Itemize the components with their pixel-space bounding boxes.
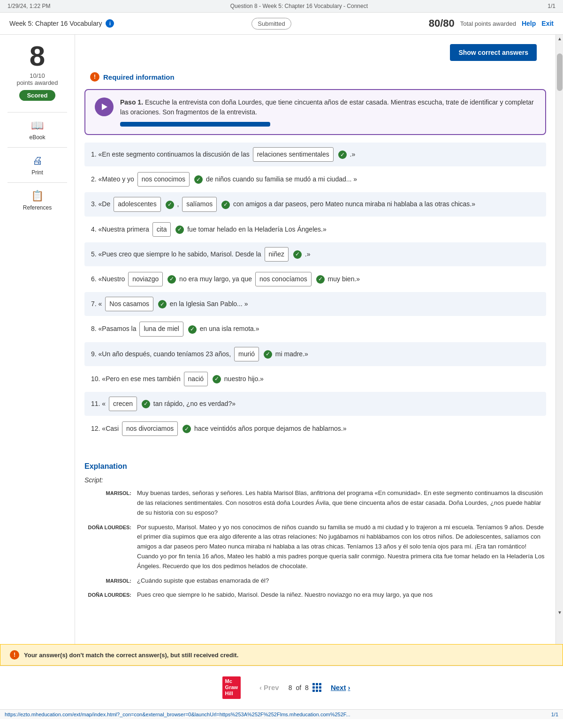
mh-line2: Graw — [225, 684, 238, 690]
references-tool[interactable]: 📋 References — [0, 185, 75, 216]
sidebar-divider-1 — [8, 112, 67, 113]
fill-items-container: 1. «En este segmento continuamos la disc… — [84, 143, 546, 441]
submitted-badge: Submitted — [251, 18, 291, 30]
total-pages: 8 — [305, 684, 309, 691]
item-1-correct-icon: ✓ — [338, 150, 347, 159]
right-scrollbar[interactable]: ▲ ▼ — [555, 35, 563, 644]
item-10-suffix: nuestro hijo.» — [224, 375, 264, 383]
sidebar-divider-3 — [8, 182, 67, 183]
fill-item-7: 7. « Nos casamos ✓ en la Iglesia San Pab… — [84, 292, 546, 316]
print-icon: 🖨 — [31, 154, 44, 167]
fill-item-1: 1. «En este segmento continuamos la disc… — [84, 143, 546, 166]
item-11-number: 11. — [91, 400, 102, 407]
browser-bar: 1/29/24, 1:22 PM Question 8 - Week 5: Ch… — [0, 0, 563, 13]
course-title-area: Week 5: Chapter 16 Vocabulary i — [9, 19, 114, 28]
item-7-prefix: « — [99, 300, 104, 308]
item-6-answer1: noviazgo — [128, 272, 163, 286]
script-entry-dona-2: DOÑA LOURDES: Pues creo que siempre lo h… — [84, 590, 546, 600]
references-icon: 📋 — [31, 189, 44, 203]
item-10-answer: nació — [184, 372, 208, 386]
ebook-tool[interactable]: 📖 eBook — [0, 114, 75, 145]
show-correct-answers-button[interactable]: Show correct answers — [450, 44, 537, 61]
browser-title: Question 8 - Week 5: Chapter 16 Vocabula… — [230, 3, 368, 9]
item-12-number: 12. — [91, 425, 102, 432]
fill-item-4: 4. «Nuestra primera cita ✓ fue tomar hel… — [84, 218, 546, 241]
print-tool[interactable]: 🖨 Print — [0, 150, 75, 180]
item-6-correct-icon-2: ✓ — [316, 275, 325, 284]
exit-link[interactable]: Exit — [541, 20, 554, 27]
page-title: Submitted — [251, 20, 291, 27]
fill-item-5: 5. «Pues creo que siempre lo he sabido, … — [84, 242, 546, 266]
required-info-banner: ! Required information — [84, 68, 546, 85]
item-10-correct-icon: ✓ — [213, 375, 221, 383]
item-6-correct-icon-1: ✓ — [167, 275, 176, 284]
item-3-correct-icon-1: ✓ — [166, 201, 174, 209]
item-12-prefix: «Casi — [102, 425, 119, 432]
item-8-prefix: «Pasamos la — [99, 325, 137, 332]
item-4-suffix: fue tomar helado en la Heladería Los Áng… — [187, 225, 327, 233]
item-8-answer: luna de miel — [139, 322, 183, 336]
left-sidebar: 8 10/10 points awarded Scored 📖 eBook 🖨 … — [0, 35, 75, 644]
item-12-answer: nos divorciamos — [122, 421, 178, 436]
item-6-prefix: «Nuestro — [99, 275, 125, 283]
item-6-number: 6. — [91, 275, 99, 283]
mh-line1: Mc — [225, 678, 238, 684]
required-info-text: Required information — [103, 73, 175, 81]
item-11-suffix: tan rápido, ¿no es verdad?» — [153, 400, 236, 407]
current-page: 8 — [289, 684, 292, 691]
explanation-section: Explanation Script: MARISOL: Muy buenas … — [84, 455, 546, 612]
url-text: https://ezto.mheducation.com/ext/map/ind… — [5, 712, 350, 717]
question-number: 8 — [30, 42, 45, 70]
script-text-marisol-2: ¿Cuándo supiste que estabas enamorada de… — [137, 576, 269, 586]
item-9-correct-icon: ✓ — [264, 350, 272, 359]
points-label: points awarded — [16, 79, 58, 86]
item-2-number: 2. — [91, 175, 99, 183]
item-4-correct-icon: ✓ — [175, 225, 184, 234]
audio-instruction: Paso 1. Escuche la entrevista con doña L… — [120, 98, 536, 127]
required-info-icon: ! — [90, 72, 99, 82]
item-3-comma: , — [177, 200, 181, 208]
scroll-down-arrow[interactable]: ▼ — [556, 608, 563, 616]
item-1-number: 1. — [91, 150, 99, 158]
content-area: Show correct answers ! Required informat… — [75, 35, 555, 644]
course-info-icon[interactable]: i — [106, 19, 114, 28]
script-text-dona-1: Por supuesto, Marisol. Mateo y yo nos co… — [137, 523, 546, 571]
course-title: Week 5: Chapter 16 Vocabulary — [9, 20, 102, 27]
sidebar-divider-2 — [8, 147, 67, 148]
item-7-suffix: en la Iglesia San Pablo... » — [170, 300, 248, 308]
url-suffix: 1/1 — [551, 712, 558, 717]
fill-item-2: 2. «Mateo y yo nos conocimos ✓ de niños … — [84, 167, 546, 191]
help-link[interactable]: Help — [522, 20, 536, 27]
item-3-answer1: adolescentes — [114, 197, 161, 211]
fill-item-9: 9. «Un año después, cuando teníamos 23 a… — [84, 342, 546, 366]
mh-line3: Hill — [225, 690, 238, 697]
grid-view-icon[interactable] — [312, 683, 321, 692]
audio-prompt-box: Paso 1. Escuche la entrevista con doña L… — [84, 89, 546, 135]
next-button[interactable]: Next › — [331, 683, 350, 691]
item-2-answer: nos conocimos — [137, 172, 190, 187]
prev-button[interactable]: ‹ Prev — [259, 683, 279, 691]
item-9-answer: murió — [234, 347, 259, 361]
item-3-prefix: «De — [99, 200, 111, 208]
fill-item-6: 6. «Nuestro noviazgo ✓ no era muy largo,… — [84, 267, 546, 291]
content-header: Show correct answers — [84, 35, 546, 63]
item-12-correct-icon: ✓ — [183, 425, 191, 433]
audio-play-button[interactable] — [95, 98, 114, 116]
fill-item-11: 11. « crecen ✓ tan rápido, ¿no es verdad… — [84, 392, 546, 416]
item-2-prefix: «Mateo y yo — [99, 175, 134, 183]
item-3-answer2: salíamos — [182, 197, 217, 211]
item-3-number: 3. — [91, 200, 99, 208]
scrollbar-thumb[interactable] — [557, 53, 563, 91]
references-label: References — [23, 204, 52, 211]
ebook-label: eBook — [29, 134, 45, 141]
item-1-suffix: .» — [350, 150, 356, 158]
item-1-answer: relaciones sentimentales — [253, 147, 334, 162]
audio-instruction-text: Escuche la entrevista con doña Lourdes, … — [120, 98, 534, 116]
item-5-answer: niñez — [265, 247, 289, 262]
item-5-prefix: «Pues creo que siempre lo he sabido, Mar… — [99, 250, 261, 258]
audio-progress-bar[interactable] — [120, 122, 270, 127]
script-text-dona-2: Pues creo que siempre lo he sabido, Mari… — [137, 590, 433, 600]
scroll-up-arrow[interactable]: ▲ — [556, 35, 563, 42]
item-5-suffix: .» — [305, 250, 311, 258]
item-6-answer2: nos conocíamos — [255, 272, 312, 286]
